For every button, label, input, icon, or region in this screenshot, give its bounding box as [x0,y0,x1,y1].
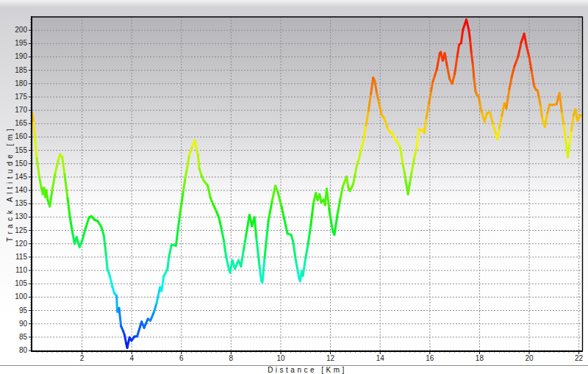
x-tick-label: 14 [369,355,391,362]
y-tick-label: 145 [0,173,27,181]
x-tick-label: 2 [71,355,93,362]
y-tick-label: 110 [0,267,27,274]
y-tick-label: 135 [0,200,27,207]
y-tick-label: 170 [0,107,27,114]
plot-background [32,17,582,350]
x-tick-label: 16 [419,355,441,362]
y-tick-label: 150 [0,160,27,168]
x-tick-label: 8 [220,355,242,362]
y-tick-label: 165 [0,120,27,127]
x-axis-title: Distance [Km] [268,366,347,374]
y-tick-label: 195 [0,40,27,47]
y-tick-label: 115 [0,253,27,261]
x-tick-label: 6 [171,355,193,362]
y-tick-label: 95 [0,307,27,314]
x-tick-label: 4 [121,355,143,362]
y-tick-label: 185 [0,67,27,74]
y-tick-label: 125 [0,227,27,234]
y-tick-label: 155 [0,147,27,154]
y-axis-title: Track Altitude [m] [6,126,14,242]
y-tick-label: 105 [0,280,27,287]
y-tick-label: 180 [0,80,27,87]
x-tick-label: 18 [468,355,490,362]
y-tick-label: 160 [0,133,27,140]
y-tick-label: 85 [0,334,27,341]
y-tick-label: 90 [0,320,27,328]
y-tick-label: 175 [0,93,27,101]
y-tick-label: 100 [0,293,27,301]
y-tick-label: 120 [0,240,27,248]
x-tick-label: 22 [568,355,588,362]
y-tick-label: 140 [0,187,27,194]
x-tick-label: 12 [320,355,342,362]
y-tick-label: 80 [0,347,27,354]
x-tick-label: 20 [518,355,540,362]
y-tick-label: 200 [0,26,27,34]
plot-canvas [0,0,588,374]
altitude-profile-chart: 8085909510010511011512012513013514014515… [0,0,588,374]
y-tick-label: 190 [0,53,27,60]
x-tick-label: 10 [270,355,292,362]
y-tick-label: 130 [0,213,27,220]
